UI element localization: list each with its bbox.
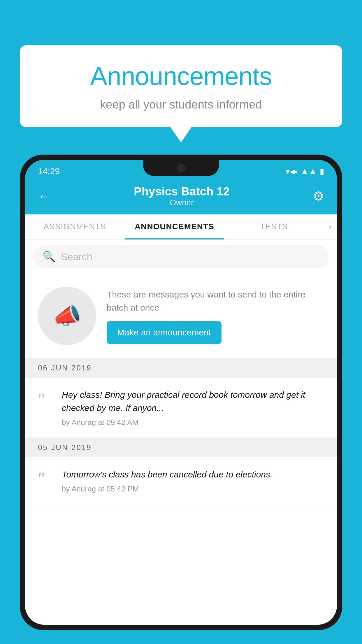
header-subtitle: Owner <box>134 198 230 207</box>
date-label-1: 06 JUN 2019 <box>38 363 92 372</box>
status-icons: ▾◂▸ ▲▲ ▮ <box>286 167 324 176</box>
search-container: 🔍 Search <box>25 239 337 274</box>
date-label-2: 05 JUN 2019 <box>38 443 92 452</box>
header-title-group: Physics Batch 12 Owner <box>134 185 230 207</box>
announcement-content-2: Tomorrow's class has been cancelled due … <box>62 468 324 494</box>
tab-more[interactable]: › <box>324 214 337 239</box>
back-arrow[interactable]: ← <box>38 189 51 204</box>
wifi-icon: ▾◂▸ <box>286 167 298 176</box>
tab-assignments[interactable]: ASSIGNMENTS <box>25 214 125 239</box>
search-input[interactable]: Search <box>61 251 92 262</box>
date-header-2: 05 JUN 2019 <box>25 438 337 457</box>
announcement-text-1: Hey class! Bring your practical record b… <box>62 388 324 414</box>
date-header-1: 06 JUN 2019 <box>25 358 337 378</box>
phone-screen: 14:29 ▾◂▸ ▲▲ ▮ ← Physics Batch 12 Owner … <box>25 160 337 625</box>
announcement-item-1[interactable]: " Hey class! Bring your practical record… <box>25 378 337 438</box>
app-header: ← Physics Batch 12 Owner ⚙ <box>25 180 337 214</box>
phone-wrapper: 14:29 ▾◂▸ ▲▲ ▮ ← Physics Batch 12 Owner … <box>20 155 342 644</box>
speech-bubble-container: Announcements keep all your students inf… <box>20 45 342 127</box>
announcements-title: Announcements <box>37 61 325 91</box>
phone-camera <box>177 164 185 172</box>
announcement-item-2[interactable]: " Tomorrow's class has been cancelled du… <box>25 457 337 504</box>
gear-icon[interactable]: ⚙ <box>313 189 324 204</box>
phone-outer: 14:29 ▾◂▸ ▲▲ ▮ ← Physics Batch 12 Owner … <box>20 155 342 630</box>
announcement-meta-2: by Anurag at 05:42 PM <box>62 484 324 494</box>
quote-icon-2: " <box>38 470 52 488</box>
announcements-subtitle: keep all your students informed <box>37 98 325 111</box>
megaphone-icon: 📣 <box>52 302 82 330</box>
battery-icon: ▮ <box>320 167 324 176</box>
announcement-text-2: Tomorrow's class has been cancelled due … <box>62 468 324 481</box>
make-announcement-button[interactable]: Make an announcement <box>107 321 222 344</box>
tab-announcements[interactable]: ANNOUNCEMENTS <box>125 214 224 239</box>
speech-bubble: Announcements keep all your students inf… <box>20 45 342 127</box>
promo-text: These are messages you want to send to t… <box>107 288 324 314</box>
phone-notch <box>143 160 219 176</box>
tab-tests[interactable]: TESTS <box>224 214 324 239</box>
search-icon: 🔍 <box>43 251 56 263</box>
promo-icon-circle: 📣 <box>38 287 96 345</box>
promo-content: These are messages you want to send to t… <box>107 288 324 344</box>
announcement-content-1: Hey class! Bring your practical record b… <box>62 388 324 427</box>
signal-icon: ▲▲ <box>301 167 317 176</box>
search-bar[interactable]: 🔍 Search <box>33 245 329 268</box>
header-title: Physics Batch 12 <box>134 185 230 198</box>
quote-icon-1: " <box>38 391 52 408</box>
status-time: 14:29 <box>38 166 60 176</box>
announcement-meta-1: by Anurag at 09:42 AM <box>62 418 324 427</box>
promo-section: 📣 These are messages you want to send to… <box>25 274 337 358</box>
tab-bar: ASSIGNMENTS ANNOUNCEMENTS TESTS › <box>25 214 337 239</box>
